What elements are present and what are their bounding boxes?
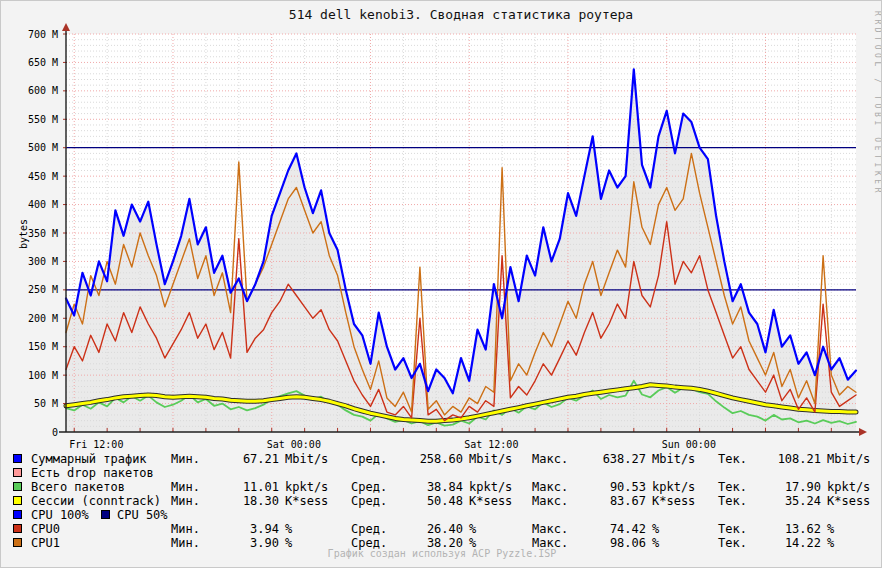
legend-label: CPU0 [31, 523, 60, 536]
y-tick-label: 450 M [28, 171, 58, 182]
legend-stat-value: 638.27 [561, 453, 646, 466]
y-tick-label: 550 M [28, 114, 58, 125]
rrdtool-graph: 514 dell kenobi3. Сводная статистика роу… [0, 0, 882, 568]
legend-label: Сессии (conntrack) [31, 495, 161, 508]
legend-label: Суммарный трафик [31, 453, 147, 466]
legend-stat-value: 67.21 [201, 453, 279, 466]
legend-swatch [13, 524, 22, 533]
legend-label: Всего пакетов [31, 481, 125, 494]
legend-stat-unit: % [285, 523, 292, 536]
legend-stat-unit: Mbit/s [285, 453, 328, 466]
legend-stat-value: 13.62 [741, 523, 821, 536]
legend-stat-value: 18.30 [201, 495, 279, 508]
legend-stat-unit: kpkt/s [827, 481, 870, 494]
legend-stat-value: 50.48 [383, 495, 463, 508]
y-tick-label: 350 M [28, 228, 58, 239]
legend-stat-value: 26.40 [383, 523, 463, 536]
y-axis-arrow [62, 23, 70, 31]
legend-stat-label: Мин. [171, 523, 200, 536]
legend-stat-unit: Mbit/s [827, 453, 870, 466]
legend-stat-value: 74.42 [561, 523, 646, 536]
y-tick-label: 50 M [34, 398, 58, 409]
legend-stat-unit: % [652, 523, 659, 536]
x-tick-label: Sun 00:00 [662, 439, 716, 450]
legend-stat-label: Сред. [351, 495, 387, 508]
y-tick-label: 500 M [28, 142, 58, 153]
legend-stat-value: 3.94 [201, 523, 279, 536]
legend-swatch [13, 496, 22, 505]
legend-stat-value: 83.67 [561, 495, 646, 508]
legend-label: CPU 100% [31, 509, 89, 522]
legend-stat-value: 11.01 [201, 481, 279, 494]
legend-row: CPU 100%CPU 50% [1, 509, 882, 522]
y-tick-label: 400 M [28, 199, 58, 210]
legend: Суммарный трафикМин.67.21Mbit/sСред.258.… [1, 453, 882, 549]
legend-swatch [13, 454, 22, 463]
legend-label: CPU 50% [117, 509, 168, 522]
y-tick-label: 650 M [28, 57, 58, 68]
y-tick-label: 250 M [28, 284, 58, 295]
legend-row: Суммарный трафикМин.67.21Mbit/sСред.258.… [1, 453, 882, 466]
legend-stat-value: 108.21 [741, 453, 821, 466]
x-tick-label: Fri 12:00 [69, 439, 123, 450]
legend-stat-unit: K*sess [652, 495, 695, 508]
x-tick-label: Sat 00:00 [267, 439, 321, 450]
legend-stat-unit: K*sess [469, 495, 512, 508]
y-tick-label: 300 M [28, 256, 58, 267]
y-tick-label: 700 M [28, 29, 58, 40]
legend-stat-label: Мин. [171, 495, 200, 508]
legend-stat-value: 17.90 [741, 481, 821, 494]
legend-stat-unit: Mbit/s [652, 453, 695, 466]
y-tick-label: 0 [52, 427, 58, 438]
legend-swatch [13, 468, 22, 477]
legend-stat-unit: kpkt/s [469, 481, 512, 494]
legend-stat-unit: K*sess [827, 495, 870, 508]
legend-stat-value: 35.24 [741, 495, 821, 508]
legend-stat-value: 38.84 [383, 481, 463, 494]
legend-stat-label: Сред. [351, 523, 387, 536]
y-tick-label: 150 M [28, 341, 58, 352]
legend-stat-unit: kpkt/s [285, 481, 328, 494]
legend-row: CPU0Мин.3.94%Сред.26.40%Макс.74.42%Тек.1… [1, 523, 882, 536]
legend-row: Есть drop пакетов [1, 467, 882, 480]
legend-swatch [13, 510, 22, 519]
legend-stat-unit: kpkt/s [652, 481, 695, 494]
watermark-vertical: RRDTOOL / TOBI OETIKER [873, 11, 882, 196]
legend-stat-unit: % [827, 523, 834, 536]
legend-stat-unit: % [469, 523, 476, 536]
legend-stat-label: Сред. [351, 453, 387, 466]
legend-swatch [13, 538, 22, 547]
x-axis-arrow [859, 428, 867, 436]
x-tick-label: Sat 12:00 [464, 439, 518, 450]
legend-stat-value: 258.60 [383, 453, 463, 466]
legend-swatch [13, 482, 22, 491]
legend-stat-value: 90.53 [561, 481, 646, 494]
legend-row: Всего пакетовМин.11.01kpkt/sСред.38.84kp… [1, 481, 882, 494]
legend-swatch [101, 510, 110, 519]
legend-row: Сессии (conntrack)Мин.18.30K*sessСред.50… [1, 495, 882, 508]
y-tick-label: 600 M [28, 85, 58, 96]
legend-label: Есть drop пакетов [31, 467, 154, 480]
legend-stat-unit: Mbit/s [469, 453, 512, 466]
legend-stat-label: Мин. [171, 481, 200, 494]
y-tick-label: 200 M [28, 313, 58, 324]
legend-stat-unit: K*sess [285, 495, 328, 508]
legend-stat-label: Мин. [171, 453, 200, 466]
legend-stat-label: Сред. [351, 481, 387, 494]
footer-credit: График создан используя ACP Pyzzle.ISP [1, 548, 882, 562]
y-tick-label: 100 M [28, 370, 58, 381]
